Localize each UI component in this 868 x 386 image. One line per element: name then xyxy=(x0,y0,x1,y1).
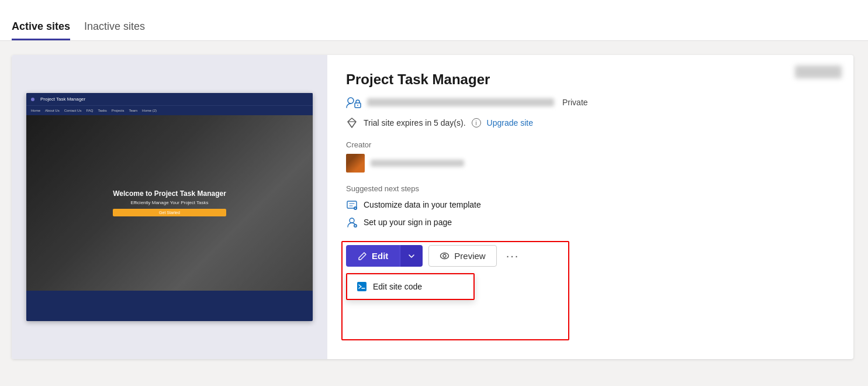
thumb-hero-title: Welcome to Project Task Manager xyxy=(113,189,226,198)
diamond-icon xyxy=(346,117,358,129)
thumb-nav: Home About Us Contact Us FAQ Tasks Proje… xyxy=(26,106,313,115)
trial-row: Trial site expires in 5 day(s). i Upgrad… xyxy=(346,117,835,129)
edit-site-code-item[interactable]: Edit site code xyxy=(347,274,473,299)
thumb-nav-faq: FAQ xyxy=(86,109,93,112)
site-url-row: Private xyxy=(346,96,835,109)
creator-section: Creator xyxy=(346,140,835,173)
site-privacy-label: Private xyxy=(562,98,588,107)
edit-button-label: Edit xyxy=(372,251,388,261)
preview-button[interactable]: Preview xyxy=(428,245,496,267)
people-lock-icon xyxy=(346,96,361,109)
tab-inactive-sites[interactable]: Inactive sites xyxy=(84,20,145,40)
next-step-signin-label: Set up your sign in page xyxy=(364,218,452,227)
thumb-nav-tasks: Tasks xyxy=(98,109,106,112)
svg-point-9 xyxy=(443,254,446,257)
thumb-hero-subtitle: Efficiently Manage Your Project Tasks xyxy=(113,200,226,205)
site-title: Project Task Manager xyxy=(346,71,835,88)
more-options-button[interactable]: ··· xyxy=(503,244,523,267)
vscode-icon xyxy=(357,281,367,292)
svg-rect-7 xyxy=(357,282,366,291)
next-steps-section: Suggested next steps Customize data in y… xyxy=(346,184,835,228)
preview-eye-icon xyxy=(440,251,449,261)
svg-point-0 xyxy=(348,98,354,104)
svg-point-8 xyxy=(441,253,449,259)
thumb-nav-home: Home xyxy=(31,109,40,112)
next-steps-label: Suggested next steps xyxy=(346,184,835,193)
thumb-site-title: Project Task Manager xyxy=(40,96,85,102)
edit-dropdown-toggle[interactable] xyxy=(400,245,423,267)
info-icon[interactable]: i xyxy=(472,118,481,127)
action-row: Edit xyxy=(346,244,835,267)
trial-text: Trial site expires in 5 day(s). xyxy=(364,118,466,127)
thumb-nav-about: About Us xyxy=(45,109,60,112)
signin-icon xyxy=(346,216,358,228)
next-step-customize[interactable]: Customize data in your template xyxy=(346,199,835,211)
site-card: Project Task Manager Home About Us Conta… xyxy=(12,55,853,359)
upgrade-link[interactable]: Upgrade site xyxy=(487,118,533,127)
thumb-nav-team: Team xyxy=(129,109,137,112)
main-content: Project Task Manager Home About Us Conta… xyxy=(0,41,868,386)
thumb-hero: Welcome to Project Task Manager Efficien… xyxy=(26,115,313,291)
edit-button-group: Edit xyxy=(346,245,423,267)
thumb-nav-contact: Contact Us xyxy=(64,109,82,112)
edit-site-code-label: Edit site code xyxy=(373,282,422,291)
thumb-hero-text: Welcome to Project Task Manager Efficien… xyxy=(113,189,226,216)
site-url-blurred xyxy=(367,98,554,106)
customize-icon xyxy=(346,199,358,211)
creator-avatar xyxy=(346,154,365,173)
top-right-blurred-action xyxy=(795,66,842,78)
chevron-down-icon xyxy=(407,252,416,260)
creator-row xyxy=(346,154,835,173)
svg-point-5 xyxy=(350,218,354,223)
svg-point-2 xyxy=(357,105,358,106)
site-thumbnail: Project Task Manager Home About Us Conta… xyxy=(12,55,327,359)
creator-name-blurred xyxy=(371,160,464,167)
next-step-customize-label: Customize data in your template xyxy=(364,200,481,209)
preview-button-label: Preview xyxy=(454,251,485,261)
thumb-favicon xyxy=(31,98,34,101)
tab-active-sites[interactable]: Active sites xyxy=(12,20,70,40)
edit-dropdown-menu: Edit site code xyxy=(346,273,475,300)
thumb-topbar: Project Task Manager xyxy=(26,93,313,106)
edit-button[interactable]: Edit xyxy=(346,245,400,267)
tabs-bar: Active sites Inactive sites xyxy=(0,0,868,41)
thumb-nav-projects: Projects xyxy=(112,109,125,112)
thumb-hero-button: Get Started xyxy=(113,209,226,216)
thumb-nav-home2: Home (2) xyxy=(142,109,157,112)
thumbnail-inner: Project Task Manager Home About Us Conta… xyxy=(26,93,313,321)
site-details: Project Task Manager Private xyxy=(327,55,853,359)
next-step-signin[interactable]: Set up your sign in page xyxy=(346,216,835,228)
creator-label: Creator xyxy=(346,140,835,149)
edit-pen-icon xyxy=(358,251,367,261)
